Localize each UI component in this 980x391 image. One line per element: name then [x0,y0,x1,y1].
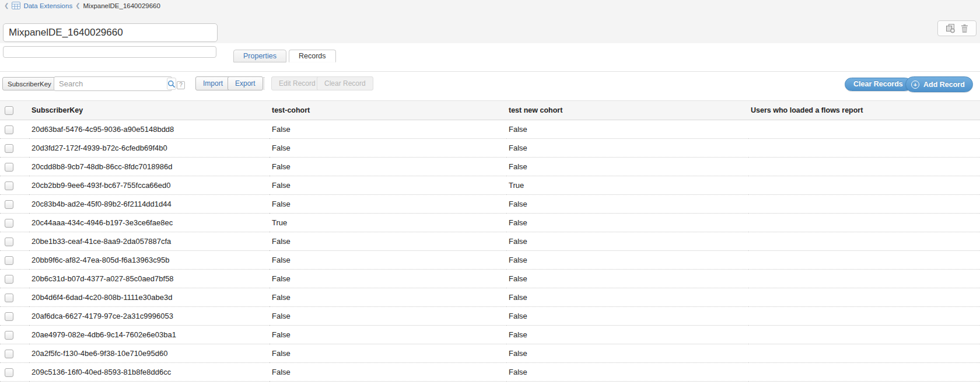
breadcrumb-link-data-extensions[interactable]: Data Extensions [23,2,72,9]
cell-users-flows-report [748,195,980,214]
cell-test-new-cohort: False [506,363,748,382]
row-checkbox[interactable] [5,294,13,302]
table-row[interactable]: 20bb9f6c-af82-47ea-805d-f6a13963c95b Fal… [0,251,980,270]
data-extension-name-input[interactable] [3,23,218,42]
column-header-users-flows-report: Users who loaded a flows report [748,101,980,120]
table-row[interactable]: 20d63baf-5476-4c95-9036-a90e5148bdd8 Fal… [0,120,980,139]
records-table: SubscriberKey test-cohort test new cohor… [0,100,980,382]
cell-test-cohort: True [270,214,506,232]
row-checkbox[interactable] [5,312,13,321]
table-row[interactable]: 20cb2bb9-9ee6-493f-bc67-755fcca66ed0 Fal… [0,176,980,195]
data-extension-description-input[interactable] [3,46,216,58]
back-chevron-icon[interactable]: ❮ [4,2,9,9]
cell-users-flows-report [748,214,980,232]
cell-subscriber-key: 20d3fd27-172f-4939-b72c-6cfedb69f4b0 [29,139,270,158]
cell-users-flows-report [748,251,980,270]
table-row[interactable]: 20d3fd27-172f-4939-b72c-6cfedb69f4b0 Fal… [0,139,980,158]
search-button[interactable] [167,78,176,90]
cell-users-flows-report [748,139,980,158]
cell-test-cohort: False [270,251,506,270]
table-row[interactable]: 20cdd8b8-9cb7-48db-86cc-8fdc7018986d Fal… [0,158,980,176]
trash-icon[interactable] [961,24,968,33]
cell-users-flows-report [748,158,980,176]
import-button[interactable]: Import [195,76,230,90]
cell-test-new-cohort: False [506,232,748,251]
help-icon[interactable]: ? [177,81,185,89]
header-actions [937,20,977,36]
breadcrumb-current: MixpanelDE_1640029660 [83,2,160,9]
cell-test-new-cohort: False [506,344,748,363]
table-row[interactable]: 20c83b4b-ad2e-45f0-89b2-6f2114dd1d44 Fal… [0,195,980,214]
column-header-test-cohort: test-cohort [270,101,506,120]
row-checkbox[interactable] [5,181,13,190]
cell-subscriber-key: 20af6dca-6627-4179-97ce-2a31c9996053 [29,307,270,326]
column-header-test-new-cohort: test new cohort [506,101,748,120]
row-checkbox[interactable] [5,350,13,358]
cell-subscriber-key: 20cdd8b8-9cb7-48db-86cc-8fdc7018986d [29,158,270,176]
cell-users-flows-report [748,363,980,382]
export-button[interactable]: Export [228,76,263,90]
cell-test-new-cohort: False [506,195,748,214]
row-checkbox[interactable] [5,275,13,284]
tab-bar: Properties Records [233,50,336,62]
row-checkbox[interactable] [5,125,13,134]
table-row[interactable]: 209c5136-16f0-40ed-8593-81b8fe8dd6cc Fal… [0,363,980,382]
edit-record-button: Edit Record [271,76,323,90]
cell-test-cohort: False [270,232,506,251]
row-checkbox[interactable] [5,238,13,246]
table-row[interactable]: 20b4d6f4-6dad-4c20-808b-1111e30abe3d Fal… [0,288,980,307]
cell-test-cohort: False [270,326,506,344]
cell-test-cohort: False [270,307,506,326]
cell-subscriber-key: 20b6c31d-b07d-4377-a027-85c0aed7bf58 [29,270,270,288]
cell-subscriber-key: 20d63baf-5476-4c95-9036-a90e5148bdd8 [29,120,270,139]
row-checkbox[interactable] [5,368,13,377]
table-row[interactable]: 20ae4979-082e-4db6-9c14-7602e6e03ba1 Fal… [0,326,980,344]
table-row[interactable]: 20af6dca-6627-4179-97ce-2a31c9996053 Fal… [0,307,980,326]
cell-subscriber-key: 20bb9f6c-af82-47ea-805d-f6a13963c95b [29,251,270,270]
cell-test-new-cohort: True [506,176,748,195]
cell-users-flows-report [748,232,980,251]
row-checkbox[interactable] [5,256,13,265]
table-header-row: SubscriberKey test-cohort test new cohor… [0,101,980,120]
row-checkbox[interactable] [5,219,13,228]
cell-subscriber-key: 20c44aaa-434c-4946-b197-3e3ce6fae8ec [29,214,270,232]
table-row[interactable]: 20b6c31d-b07d-4377-a027-85c0aed7bf58 Fal… [0,270,980,288]
search-field-dropdown-value: SubscriberKey [8,81,51,88]
add-record-label: Add Record [923,81,965,89]
row-checkbox[interactable] [5,144,13,153]
table-row[interactable]: 20a2f5fc-f130-4be6-9f38-10e710e95d60 Fal… [0,344,980,363]
cell-test-cohort: False [270,270,506,288]
cell-users-flows-report [748,326,980,344]
copy-icon[interactable] [946,24,956,33]
tab-properties[interactable]: Properties [233,50,286,62]
cell-users-flows-report [748,270,980,288]
table-row[interactable]: 20be1b33-ceaf-41ce-8aa9-2da057887cfa Fal… [0,232,980,251]
clear-record-button: Clear Record [317,76,373,90]
cell-test-new-cohort: False [506,270,748,288]
cell-test-new-cohort: False [506,288,748,307]
cell-subscriber-key: 20be1b33-ceaf-41ce-8aa9-2da057887cfa [29,232,270,251]
search-icon [167,80,176,88]
breadcrumb-separator-icon: ❮ [75,2,80,9]
cell-subscriber-key: 20cb2bb9-9ee6-493f-bc67-755fcca66ed0 [29,176,270,195]
row-checkbox[interactable] [5,331,13,340]
cell-users-flows-report [748,344,980,363]
cell-test-new-cohort: False [506,158,748,176]
toolbar-separator [264,77,264,90]
cell-subscriber-key: 20a2f5fc-f130-4be6-9f38-10e710e95d60 [29,344,270,363]
search-box [54,76,172,91]
add-record-button[interactable]: + Add Record [905,76,973,92]
tab-records[interactable]: Records [289,50,336,62]
row-checkbox[interactable] [5,163,13,172]
cell-subscriber-key: 209c5136-16f0-40ed-8593-81b8fe8dd6cc [29,363,270,382]
cell-users-flows-report [748,288,980,307]
table-row[interactable]: 20c44aaa-434c-4946-b197-3e3ce6fae8ec Tru… [0,214,980,232]
cell-test-cohort: False [270,158,506,176]
select-all-checkbox[interactable] [5,106,13,115]
row-checkbox[interactable] [5,200,13,209]
search-input[interactable] [54,77,166,90]
cell-subscriber-key: 20b4d6f4-6dad-4c20-808b-1111e30abe3d [29,288,270,307]
clear-records-button[interactable]: Clear Records [845,78,912,91]
records-toolbar: SubscriberKey ? Import Export Edit Recor… [0,75,980,93]
records-table-body: 20d63baf-5476-4c95-9036-a90e5148bdd8 Fal… [0,120,980,382]
